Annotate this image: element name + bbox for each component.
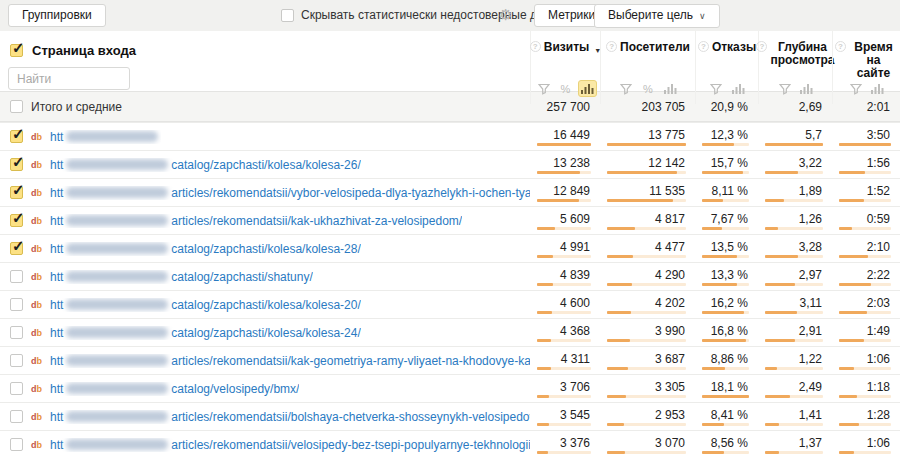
blurred-domain [66,355,168,366]
depth-bar [765,367,823,370]
depth-bar [765,423,823,426]
time-bar [839,143,891,146]
visits-value: 4 839 [530,263,600,290]
metric-label[interactable]: ?Отказы [698,41,756,54]
entry-page-link[interactable]: httarticles/rekomendatsii/kak-geometriya… [50,354,530,368]
visits-bar [537,171,591,174]
visitors-value: 11 535 [600,179,695,206]
visitors-bar [607,283,686,286]
search-input[interactable] [8,67,130,90]
depth-value: 1,41 [758,403,832,430]
site-favicon-icon: db [31,160,42,170]
entry-page-link[interactable]: httcatalog/zapchasti/kolesa/kolesa-20/ [50,298,361,312]
row-checkbox[interactable] [10,130,23,143]
entry-page-link[interactable]: httcatalog/velosipedy/bmx/ [50,382,299,396]
select-goal-dropdown[interactable]: Выберите цель∨ [594,4,720,28]
depth-value: 1,26 [758,207,832,234]
time-bar [839,255,891,258]
time-value: 0:59 [832,207,900,234]
entry-page-link[interactable]: httarticles/rekomendatsii/kak-ukhazhivat… [50,214,462,228]
help-icon[interactable]: ? [835,41,846,52]
time-bar [839,423,891,426]
row-checkbox[interactable] [10,298,23,311]
bounce-bar [702,395,749,398]
metric-label[interactable]: ?Глубина просмотра [756,41,834,67]
site-favicon-icon: db [31,440,42,450]
dimension-checkbox[interactable] [10,44,23,57]
time-bar [839,227,891,230]
url-path: catalog/zapchasti/shatuny/ [171,270,312,284]
bounce-value: 18,1 % [695,375,758,402]
hide-unreliable-checkbox[interactable] [281,9,294,22]
row-checkbox[interactable] [10,438,23,451]
bounce-value: 12,3 % [695,123,758,150]
help-icon[interactable]: ? [698,41,709,52]
site-favicon-icon: db [31,412,42,422]
blurred-domain [66,383,168,394]
table-row: db httarticles/rekomendatsii/kak-geometr… [0,346,900,374]
help-icon[interactable]: ? [756,41,767,52]
site-favicon-icon: db [31,132,42,142]
time-bar [839,367,891,370]
depth-value: 2,97 [758,263,832,290]
time-bar [839,395,891,398]
visitors-bar [607,255,686,258]
groupings-button[interactable]: Группировки [8,4,106,27]
blurred-domain [66,271,168,282]
url-path: articles/rekomendatsii/bolshaya-chetverk… [171,410,530,424]
row-checkbox[interactable] [10,242,23,255]
depth-bar [765,395,823,398]
entry-page-link[interactable]: httcatalog/zapchasti/shatuny/ [50,270,313,284]
row-checkbox[interactable] [10,158,23,171]
visitors-value: 4 290 [600,263,695,290]
bounce-bar [702,171,749,174]
blurred-domain [66,159,168,170]
bounce-bar [702,367,749,370]
depth-value: 1,22 [758,347,832,374]
totals-time: 2:01 [832,92,900,121]
row-checkbox[interactable] [10,186,23,199]
time-value: 1:06 [832,431,900,458]
totals-checkbox[interactable] [10,100,23,113]
visits-bar [537,423,591,426]
url-path: articles/rekomendatsii/vybor-velosipeda-… [171,186,530,200]
entry-page-link[interactable]: httarticles/rekomendatsii/velosipedy-bez… [50,438,530,452]
entry-page-link[interactable]: httcatalog/zapchasti/kolesa/kolesa-24/ [50,326,361,340]
blurred-domain [66,411,168,422]
row-checkbox[interactable] [10,214,23,227]
depth-bar [765,311,823,314]
time-value: 2:22 [832,263,900,290]
entry-page-link[interactable]: httarticles/rekomendatsii/bolshaya-chetv… [50,410,530,424]
totals-depth: 2,69 [758,92,832,121]
entry-page-link[interactable]: htt [50,130,161,144]
time-value: 2:03 [832,291,900,318]
row-checkbox[interactable] [10,354,23,367]
entry-page-link[interactable]: httcatalog/zapchasti/kolesa/kolesa-28/ [50,242,361,256]
site-favicon-icon: db [31,356,42,366]
metric-label[interactable]: ?Визиты▼ [530,41,601,57]
row-checkbox[interactable] [10,270,23,283]
help-icon[interactable]: ? [606,41,617,52]
help-icon[interactable]: ? [530,41,541,52]
time-value: 1:49 [832,319,900,346]
url-path: catalog/zapchasti/kolesa/kolesa-28/ [171,242,360,256]
visits-bar [537,199,591,202]
visits-value: 4 368 [530,319,600,346]
row-checkbox[interactable] [10,382,23,395]
row-checkbox[interactable] [10,410,23,423]
dimension-label: Страница входа [32,43,136,58]
gear-icon[interactable]: ⚙ [499,6,512,24]
entry-page-link[interactable]: httarticles/rekomendatsii/vybor-velosipe… [50,186,530,200]
depth-value: 3,28 [758,235,832,262]
visitors-value: 3 305 [600,375,695,402]
blurred-domain [66,131,158,142]
bounce-bar [702,143,749,146]
site-favicon-icon: db [31,188,42,198]
depth-value: 2,91 [758,319,832,346]
entry-page-link[interactable]: httcatalog/zapchasti/kolesa/kolesa-26/ [50,158,361,172]
top-toolbar: Группировки Скрывать статистически недос… [0,0,900,31]
metric-label[interactable]: ?Посетители [606,41,690,54]
time-value: 1:28 [832,403,900,430]
metric-label[interactable]: ?Время на сайте [835,41,898,80]
row-checkbox[interactable] [10,326,23,339]
